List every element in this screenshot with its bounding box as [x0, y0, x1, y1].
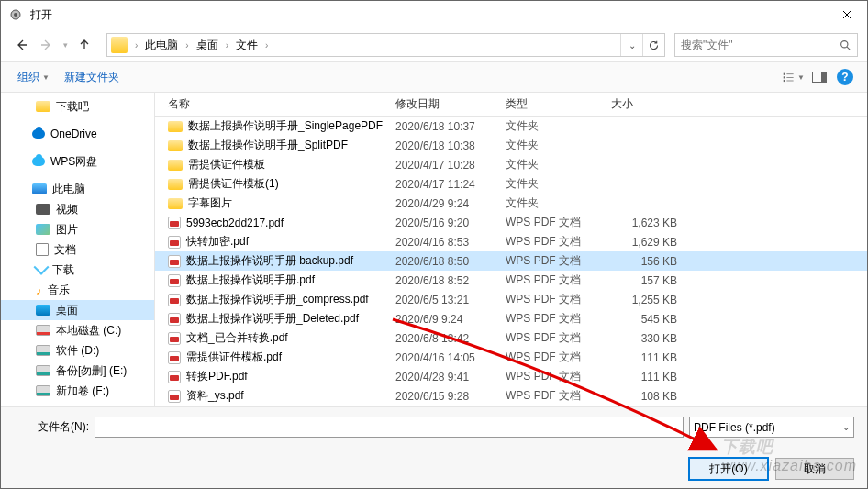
sidebar-item-diskf[interactable]: 新加卷 (F:) [1, 381, 154, 401]
forward-button[interactable] [36, 34, 58, 56]
pdf-icon [168, 217, 181, 229]
open-button[interactable]: 打开(O) [689, 458, 768, 480]
file-row[interactable]: 需提供证件模板(1)2020/4/17 11:24文件夹 [155, 174, 867, 194]
help-button[interactable]: ? [834, 67, 856, 87]
file-row[interactable]: 数据上报操作说明手册.pdf2020/6/18 8:52WPS PDF 文档15… [155, 271, 867, 290]
thispc-icon [32, 183, 47, 194]
folder-icon [168, 140, 183, 151]
up-arrow-icon [77, 38, 92, 52]
sidebar-item-downloads[interactable]: 下载 [1, 260, 154, 280]
address-dropdown[interactable]: ⌄ [620, 34, 642, 56]
file-type: WPS PDF 文档 [506, 253, 611, 269]
chevron-right-icon: › [222, 40, 232, 50]
pdf-icon [168, 294, 181, 306]
list-view-icon [783, 71, 795, 83]
search-icon[interactable] [833, 39, 857, 51]
svg-rect-3 [784, 73, 785, 75]
sidebar-item-music[interactable]: ♪音乐 [1, 280, 154, 300]
sidebar-item-documents[interactable]: 文档 [1, 239, 154, 260]
file-name: 数据上报操作说明手册 backup.pdf [186, 253, 353, 269]
chevron-right-icon: › [131, 40, 141, 50]
sidebar-item-desktop[interactable]: 桌面 [1, 300, 154, 320]
new-folder-button[interactable]: 新建文件夹 [59, 66, 125, 89]
file-row[interactable]: 字幕图片2020/4/29 9:24文件夹 [155, 194, 867, 213]
file-row[interactable]: 数据上报操作说明手册_SinglePagePDF2020/6/18 10:37文… [155, 117, 867, 136]
file-date: 2020/4/16 14:05 [395, 351, 506, 364]
up-button[interactable] [73, 34, 95, 56]
file-list[interactable]: 数据上报操作说明手册_SinglePagePDF2020/6/18 10:37文… [155, 117, 867, 406]
file-date: 2020/5/16 9:20 [395, 217, 506, 229]
back-button[interactable] [10, 34, 32, 56]
downloads-icon [34, 260, 50, 275]
search-box[interactable] [674, 33, 858, 57]
history-dropdown[interactable]: ▾ [61, 40, 70, 50]
sidebar-item-diskc[interactable]: 本地磁盘 (C:) [1, 320, 154, 340]
address-bar[interactable]: › 此电脑 › 桌面 › 文件 › ⌄ [106, 33, 665, 57]
file-date: 2020/4/29 9:24 [395, 197, 506, 210]
close-button[interactable] [826, 1, 867, 28]
file-type: 文件夹 [506, 176, 611, 192]
desktop-icon [36, 305, 50, 316]
preview-icon [812, 72, 827, 83]
music-icon: ♪ [36, 283, 42, 297]
chevron-down-icon: ▼ [797, 73, 805, 82]
pdf-icon [168, 313, 181, 326]
file-row[interactable]: 文档_已合并转换.pdf2020/6/8 13:42WPS PDF 文档330 … [155, 328, 867, 348]
pdf-icon [168, 390, 181, 403]
file-size: 111 KB [611, 351, 694, 364]
cancel-button[interactable]: 取消 [775, 458, 854, 480]
file-row[interactable]: 需提供证件模板.pdf2020/4/16 14:05WPS PDF 文档111 … [155, 348, 867, 367]
file-list-pane: 名称 修改日期 类型 大小 数据上报操作说明手册_SinglePagePDF20… [155, 93, 867, 406]
file-row[interactable]: 数据上报操作说明手册_Deleted.pdf2020/6/9 9:24WPS P… [155, 309, 867, 328]
pdf-icon [168, 332, 181, 345]
pdf-icon [168, 351, 181, 364]
filetype-select[interactable]: PDF Files (*.pdf) ⌄ [689, 417, 854, 438]
sidebar-item-thispc[interactable]: 此电脑 [1, 179, 154, 199]
breadcrumb-part1[interactable]: 桌面 [193, 36, 222, 55]
sidebar-item-diskd[interactable]: 软件 (D:) [1, 340, 154, 361]
file-size: 1,629 KB [611, 236, 694, 249]
file-size: 108 KB [611, 390, 694, 403]
file-date: 2020/4/28 9:41 [395, 371, 506, 383]
breadcrumb-root[interactable]: 此电脑 [141, 36, 182, 55]
column-header-size[interactable]: 大小 [611, 96, 694, 112]
column-header-name[interactable]: 名称 [168, 96, 395, 112]
filename-input[interactable] [95, 417, 684, 438]
search-input[interactable] [675, 39, 833, 51]
file-row[interactable]: 需提供证件模板2020/4/17 10:28文件夹 [155, 155, 867, 174]
file-size: 330 KB [611, 332, 694, 345]
file-row[interactable]: 资料_ys.pdf2020/6/15 9:28WPS PDF 文档108 KB [155, 386, 867, 406]
file-size: 545 KB [611, 313, 694, 326]
file-size: 157 KB [611, 274, 694, 287]
folder-icon [168, 121, 183, 132]
sidebar-item-download8[interactable]: 下载吧 [1, 96, 154, 117]
file-row[interactable]: 数据上报操作说明手册 backup.pdf2020/6/18 8:50WPS P… [155, 251, 867, 271]
sidebar-item-video[interactable]: 视频 [1, 199, 154, 219]
file-row[interactable]: 数据上报操作说明手册_compress.pdf2020/6/5 13:21WPS… [155, 290, 867, 309]
file-type: WPS PDF 文档 [506, 369, 611, 384]
pdf-icon [168, 255, 181, 268]
svg-point-2 [840, 40, 847, 47]
file-row[interactable]: 转换PDF.pdf2020/4/28 9:41WPS PDF 文档111 KB [155, 367, 867, 386]
file-row[interactable]: 快转加密.pdf2020/4/16 8:53WPS PDF 文档1,629 KB [155, 232, 867, 251]
sidebar-item-diske[interactable]: 备份[勿删] (E:) [1, 361, 154, 381]
new-folder-label: 新建文件夹 [64, 70, 119, 85]
breadcrumb-part2[interactable]: 文件 [232, 36, 262, 55]
sidebar-item-pictures[interactable]: 图片 [1, 219, 154, 239]
organize-menu[interactable]: 组织 ▼ [12, 66, 55, 89]
file-date: 2020/6/8 13:42 [395, 332, 506, 345]
file-row[interactable]: 数据上报操作说明手册_SplitPDF2020/6/18 10:38文件夹 [155, 136, 867, 155]
file-size: 1,623 KB [611, 217, 694, 229]
column-header-type[interactable]: 类型 [506, 96, 611, 112]
file-row[interactable]: 5993ecb2dd217.pdf2020/5/16 9:20WPS PDF 文… [155, 213, 867, 232]
body-area: 下载吧 OneDrive WPS网盘 此电脑 视频 图片 文档 下载 ♪音乐 桌… [1, 93, 867, 406]
preview-pane-button[interactable] [808, 67, 830, 87]
file-date: 2020/4/16 8:53 [395, 236, 506, 249]
onedrive-icon [32, 129, 45, 139]
refresh-button[interactable] [642, 34, 664, 56]
column-header-date[interactable]: 修改日期 [395, 96, 506, 112]
sidebar-item-wps[interactable]: WPS网盘 [1, 151, 154, 172]
sidebar-item-onedrive[interactable]: OneDrive [1, 124, 154, 144]
view-options-button[interactable]: ▼ [783, 67, 805, 87]
pictures-icon [36, 224, 50, 235]
